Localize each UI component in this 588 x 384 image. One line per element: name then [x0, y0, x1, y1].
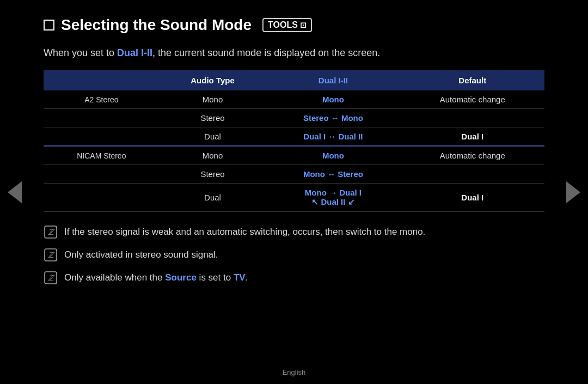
subtitle-suffix: , the current sound mode is displayed on… — [152, 47, 380, 58]
cell-group — [44, 184, 160, 212]
cell-dual: Dual I ↔ Dual II — [266, 127, 400, 147]
svg-text:ℤ: ℤ — [48, 228, 55, 236]
cell-audio-type: Dual — [160, 184, 266, 212]
note-icon-1: ℤ — [44, 225, 58, 239]
cell-default — [400, 165, 544, 184]
note-item-1: ℤ If the stereo signal is weak and an au… — [44, 225, 544, 239]
right-arrow-icon — [566, 181, 580, 203]
cell-default: Dual I — [400, 127, 544, 147]
table-row: Dual Mono → Dual I↖ Dual II ↙ Dual I — [44, 184, 544, 212]
table-row: Stereo Stereo ↔ Mono — [44, 109, 544, 127]
nav-arrow-right[interactable] — [565, 179, 581, 206]
cell-default: Dual I — [400, 184, 544, 212]
table-header-row: Audio Type Dual I-II Default — [44, 70, 544, 90]
cell-audio-type: Stereo — [160, 165, 266, 184]
table-row: A2 Stereo Mono Mono Automatic change — [44, 90, 544, 109]
tools-label: TOOLS — [268, 20, 298, 30]
main-content: Selecting the Sound Mode TOOLS ⊡ When yo… — [0, 0, 588, 304]
title-checkbox — [44, 20, 54, 31]
note-icon-3: ℤ — [44, 271, 58, 285]
cell-default: Automatic change — [400, 146, 544, 165]
footer-language: English — [283, 368, 306, 376]
col-header-default: Default — [400, 70, 544, 90]
cell-audio-type: Stereo — [160, 109, 266, 127]
table-row: Dual Dual I ↔ Dual II Dual I — [44, 127, 544, 147]
tv-highlight: TV — [234, 272, 246, 283]
cell-audio-type: Mono — [160, 146, 266, 165]
svg-text:ℤ: ℤ — [48, 251, 55, 259]
table-row: NICAM Stereo Mono Mono Automatic change — [44, 146, 544, 165]
note-item-2: ℤ Only activated in stereo sound signal. — [44, 248, 544, 262]
cell-audio-type: Mono — [160, 90, 266, 109]
left-arrow-icon — [8, 181, 22, 203]
page-title: Selecting the Sound Mode — [61, 16, 252, 34]
subtitle-highlight: Dual I-II — [117, 47, 152, 58]
svg-text:ℤ: ℤ — [48, 273, 55, 282]
col-header-empty — [44, 70, 160, 90]
cell-default: Automatic change — [400, 90, 544, 109]
cell-group — [44, 127, 160, 147]
col-header-dual: Dual I-II — [266, 70, 400, 90]
cell-dual: Mono — [266, 146, 400, 165]
subtitle-prefix: When you set to — [44, 47, 117, 58]
cell-dual: Mono ↔ Stereo — [266, 165, 400, 184]
title-row: Selecting the Sound Mode TOOLS ⊡ — [44, 16, 544, 34]
cell-group: NICAM Stereo — [44, 146, 160, 165]
source-highlight: Source — [165, 272, 197, 283]
cell-audio-type: Dual — [160, 127, 266, 147]
cell-group: A2 Stereo — [44, 90, 160, 109]
footer: English — [0, 368, 588, 376]
note-text-1: If the stereo signal is weak and an auto… — [64, 225, 425, 239]
note-text-2: Only activated in stereo sound signal. — [64, 248, 218, 262]
cell-dual: Mono — [266, 90, 400, 109]
table-row: Stereo Mono ↔ Stereo — [44, 165, 544, 184]
nav-arrow-left[interactable] — [7, 179, 23, 206]
audio-table: Audio Type Dual I-II Default A2 Stereo M… — [44, 70, 544, 212]
tools-badge: TOOLS ⊡ — [262, 18, 312, 32]
cell-default — [400, 109, 544, 127]
notes-section: ℤ If the stereo signal is weak and an au… — [44, 225, 544, 285]
subtitle: When you set to Dual I-II, the current s… — [44, 46, 544, 60]
cell-group — [44, 109, 160, 127]
cell-dual: Mono → Dual I↖ Dual II ↙ — [266, 184, 400, 212]
col-header-audio-type: Audio Type — [160, 70, 266, 90]
note-text-3: Only available when the Source is set to… — [64, 271, 248, 285]
tools-icon: ⊡ — [300, 21, 307, 29]
note-item-3: ℤ Only available when the Source is set … — [44, 271, 544, 285]
cell-dual: Stereo ↔ Mono — [266, 109, 400, 127]
note-icon-2: ℤ — [44, 248, 58, 262]
cell-group — [44, 165, 160, 184]
